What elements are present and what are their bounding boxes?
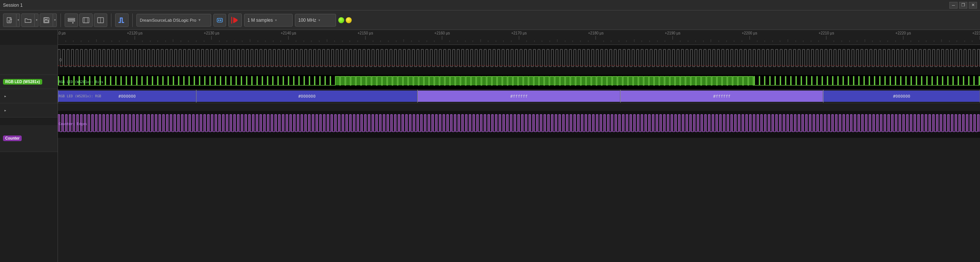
rgb-seg-text-2: #ffffff [510,94,527,99]
ruler-minor-tick [357,40,358,42]
ruler-minor-tick [772,40,773,42]
ruler-minor-tick [496,40,496,42]
ruler-label-0: +2110 µs [58,31,66,35]
svg-rect-17 [218,19,220,21]
labels-panel: RGB LED (WS281x) ▸ ▸ Counter [0,30,58,262]
new-button[interactable] [3,13,16,27]
svg-rect-0 [7,18,11,23]
ruler-minor-tick [834,40,834,42]
run-button[interactable] [228,13,242,27]
svg-rect-5 [45,20,48,22]
ruler-minor-tick [273,40,273,42]
ruler-minor-tick [458,40,458,42]
ruler-minor-tick [688,40,688,42]
ruler-minor-tick [196,40,197,42]
ruler-minor-tick [542,40,542,42]
rgb-led-bits-label-row: ▸ [0,89,57,103]
save-button[interactable] [40,13,53,27]
ruler-tick-10 [826,36,826,40]
ruler-minor-tick [334,40,335,42]
ruler-minor-tick [219,40,220,42]
timeline-ruler[interactable]: +2110 µs +2120 µs +2130 µs +2140 µs +215… [58,30,980,45]
ruler-minor-tick [150,40,150,42]
samples-selector[interactable]: 1 M samples ▾ [244,14,293,27]
toolbar-divider-3 [132,13,133,27]
device-config-button[interactable] [213,14,226,27]
freq-selector[interactable]: 100 MHz ▾ [295,14,336,27]
ruler-minor-tick [611,40,611,42]
ruler-minor-tick [250,39,250,42]
save-dropdown-arrow[interactable]: ▾ [53,13,57,27]
ruler-minor-tick [327,39,327,42]
run-icon [231,16,239,24]
ruler-minor-tick [480,39,480,42]
main-content: RGB LED (WS281x) ▸ ▸ Counter +2110 µs +2… [0,30,980,262]
close-button[interactable]: ✕ [969,2,977,9]
ruler-minor-tick [649,40,650,42]
ruler-label-11: +2220 µs [896,31,911,35]
samples-label: 1 M samples [247,18,273,23]
zoom-half-button[interactable] [94,13,107,27]
ruler-minor-tick [534,40,535,42]
ruler-minor-tick [819,40,819,42]
ruler-minor-tick [234,40,235,42]
ruler-minor-tick [726,40,727,42]
ruler-minor-tick [434,40,435,42]
rgb-seg-text-1: #000000 [298,94,315,99]
ruler-minor-tick [65,40,66,42]
ruler-minor-tick [964,40,965,42]
ruler-minor-tick [127,40,127,42]
ruler-minor-tick [227,40,227,42]
ruler-minor-tick [350,40,350,42]
rgb-seg-text-3: #ffffff [713,94,730,99]
ruler-label-7: +2180 µs [588,31,604,35]
toolbar: ▾ ▾ ▾ [0,11,980,30]
new-tool-group: ▾ [3,13,20,27]
signal-spacer [58,103,980,111]
trigger-icon [118,16,126,24]
ruler-minor-tick [450,40,450,42]
ruler-minor-tick [181,40,181,42]
zoom-fit-button[interactable] [79,13,93,27]
counter-label-pill[interactable]: Counter [3,136,22,141]
new-dropdown-arrow[interactable]: ▾ [16,13,20,27]
open-dropdown-arrow[interactable]: ▾ [35,13,38,27]
add-group-button[interactable] [65,13,78,27]
counter-pulses-group [58,115,979,132]
led-green [338,17,344,23]
group-spacer [0,118,57,125]
ruler-minor-tick [89,40,89,42]
ruler-minor-tick [872,40,873,42]
ruler-minor-tick [511,40,511,42]
device-name: DreamSourceLab DSLogic Pro [140,18,196,22]
minimize-button[interactable]: ─ [949,2,958,9]
ruler-minor-tick [634,39,634,42]
ruler-minor-tick [942,39,942,42]
ruler-minor-tick [549,40,550,42]
ruler-label-4: +2150 µs [358,31,373,35]
led-yellow [346,17,352,23]
counter-waveform-svg: Counter: Edges [58,111,980,138]
ruler-minor-tick [811,40,811,42]
ruler-minor-tick [857,40,858,42]
svg-rect-18 [220,19,221,21]
restore-button[interactable]: ❐ [959,2,967,9]
ruler-minor-tick [580,40,581,42]
rgb-row-label: RGB LED (WS281x): RGB [59,94,101,98]
ruler-minor-tick [158,40,158,42]
device-selector[interactable]: DreamSourceLab DSLogic Pro ▾ [137,14,211,27]
trigger-button[interactable] [115,13,129,27]
svg-rect-7 [68,20,75,21]
ruler-minor-tick [565,40,565,42]
ruler-minor-tick [311,40,312,42]
rgb-led-label-pill[interactable]: RGB LED (WS281x) [3,79,42,85]
open-button[interactable] [21,13,35,27]
ruler-tick-11 [903,36,904,40]
counter-label-row: Counter [0,125,57,152]
rgb-bits-svg: RGB LED (WS281x): Bits [58,75,980,89]
digital-pulses-group [58,50,980,67]
signal-rows: 0 RGB LED (WS281x): Bits [58,45,980,262]
ruler-minor-tick [603,40,604,42]
device-dropdown-arrow: ▾ [199,18,201,22]
file-tools: ▾ ▾ ▾ [3,13,57,27]
